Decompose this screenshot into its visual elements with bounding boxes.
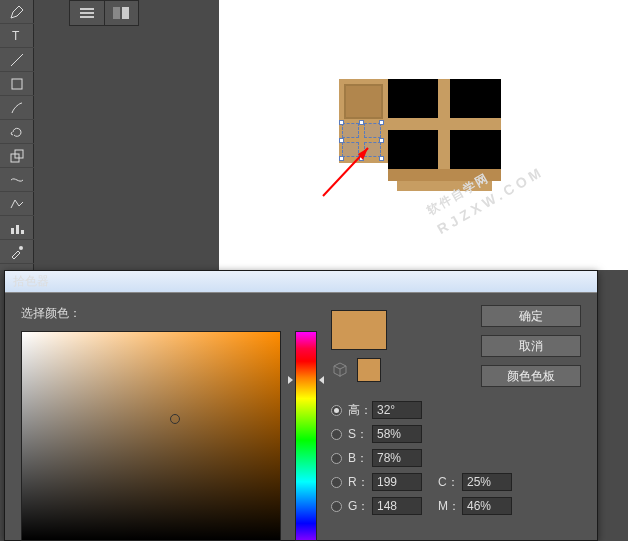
- tool-line[interactable]: [0, 48, 34, 72]
- cube-icon: [331, 361, 349, 379]
- tools-panel: T: [0, 0, 34, 270]
- label-h: 高：: [348, 402, 366, 419]
- input-b[interactable]: 78%: [372, 449, 422, 467]
- base-top: [388, 169, 501, 181]
- svg-rect-7: [21, 230, 24, 234]
- tool-type[interactable]: T: [0, 24, 34, 48]
- svg-text:T: T: [12, 29, 20, 43]
- svg-point-8: [19, 246, 23, 250]
- dialog-titlebar[interactable]: 拾色器: [5, 271, 597, 293]
- ok-button[interactable]: 确定: [481, 305, 581, 327]
- base-bottom: [397, 181, 492, 191]
- window-frame: [388, 79, 501, 169]
- options-bar: [69, 0, 139, 26]
- sv-cursor[interactable]: [170, 414, 180, 424]
- radio-h[interactable]: [331, 405, 342, 416]
- label-m: M：: [438, 498, 456, 515]
- tool-free[interactable]: [0, 192, 34, 216]
- label-g: G：: [348, 498, 366, 515]
- swatches-button[interactable]: 颜色色板: [481, 365, 581, 387]
- label-b: B：: [348, 450, 366, 467]
- color-picker-dialog: 拾色器 选择颜色： 确定 取消: [4, 270, 598, 541]
- svg-rect-2: [12, 79, 22, 89]
- radio-s[interactable]: [331, 429, 342, 440]
- input-m[interactable]: 46%: [462, 497, 512, 515]
- dialog-title: 拾色器: [13, 273, 49, 290]
- select-color-label: 选择颜色：: [21, 305, 281, 323]
- cancel-button[interactable]: 取消: [481, 335, 581, 357]
- prev-color-swatch: [357, 358, 381, 382]
- tool-shape[interactable]: [0, 72, 34, 96]
- tool-graph[interactable]: [0, 216, 34, 240]
- radio-b[interactable]: [331, 453, 342, 464]
- tool-eyedrop[interactable]: [0, 240, 34, 264]
- label-s: S：: [348, 426, 366, 443]
- canvas[interactable]: 软件自学网RJZXW.COM: [219, 0, 628, 270]
- hue-slider[interactable]: [295, 331, 317, 541]
- saturation-value-field[interactable]: [21, 331, 281, 541]
- tool-pen[interactable]: [0, 0, 34, 24]
- svg-rect-6: [16, 225, 19, 234]
- tool-rotate[interactable]: [0, 120, 34, 144]
- input-s[interactable]: 58%: [372, 425, 422, 443]
- input-h[interactable]: 32°: [372, 401, 422, 419]
- svg-rect-13: [122, 7, 129, 19]
- tool-scale[interactable]: [0, 144, 34, 168]
- list-view-icon[interactable]: [70, 1, 105, 25]
- tool-width[interactable]: [0, 168, 34, 192]
- cabinet-drawer: [344, 84, 383, 119]
- radio-r[interactable]: [331, 477, 342, 488]
- label-c: C：: [438, 474, 456, 491]
- input-g[interactable]: 148: [372, 497, 422, 515]
- new-color-swatch: [331, 310, 387, 350]
- label-r: R：: [348, 474, 366, 491]
- svg-line-1: [11, 54, 23, 66]
- svg-rect-5: [11, 228, 14, 234]
- panel-dock: [34, 0, 69, 270]
- radio-g[interactable]: [331, 501, 342, 512]
- input-r[interactable]: 199: [372, 473, 422, 491]
- annotation-arrow: [313, 136, 383, 209]
- tool-brush[interactable]: [0, 96, 34, 120]
- thumb-view-icon[interactable]: [105, 1, 139, 25]
- svg-rect-12: [113, 7, 120, 19]
- input-c[interactable]: 25%: [462, 473, 512, 491]
